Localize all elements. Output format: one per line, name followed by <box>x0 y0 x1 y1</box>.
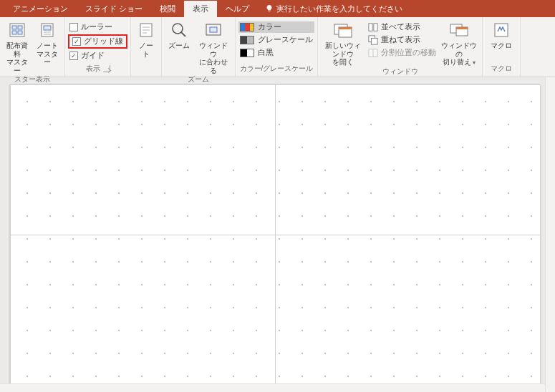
notes-master-label: ノート マスター <box>34 41 60 67</box>
fit-window-button[interactable]: ウィンドウ に合わせる <box>195 19 232 74</box>
slide-canvas-area <box>0 77 555 392</box>
notes-label: ノー ト <box>139 41 153 58</box>
svg-line-14 <box>181 32 185 36</box>
arrange-all-button[interactable]: 並べて表示 <box>367 21 438 33</box>
new-window-icon <box>333 21 353 39</box>
move-split-icon <box>368 48 378 58</box>
group-show-label: 表示 <box>86 64 110 75</box>
handout-master-button[interactable]: 配布資料 マスター <box>3 19 32 74</box>
switch-windows-button[interactable]: ウィンドウの 切り替え▾ <box>439 19 479 67</box>
slide[interactable] <box>10 84 540 385</box>
move-split-label: 分割位置の移動 <box>381 48 436 58</box>
zoom-label: ズーム <box>168 41 190 50</box>
group-color-grayscale-label: カラー/グレースケール <box>240 64 314 75</box>
vertical-scrollbar[interactable] <box>545 77 555 392</box>
tab-animation[interactable]: アニメーション <box>4 1 77 17</box>
ribbon-tabs: アニメーション スライド ショー 校閲 表示 ヘルプ 実行したい作業を入力してく… <box>0 0 555 17</box>
handout-master-icon <box>9 21 26 39</box>
show-dialog-launcher[interactable] <box>103 65 110 72</box>
notes-master-button[interactable]: ノート マスター <box>33 19 62 67</box>
group-zoom: ズーム ウィンドウ に合わせる ズーム <box>162 17 236 77</box>
new-window-button[interactable]: 新しいウィンドウ を開く <box>321 19 365 67</box>
fit-window-icon <box>204 21 223 39</box>
group-notes-spacer <box>145 66 148 75</box>
tab-view[interactable]: 表示 <box>184 1 217 17</box>
svg-rect-1 <box>12 26 16 29</box>
grayscale-label: グレースケール <box>258 35 313 45</box>
fit-window-label: ウィンドウ に合わせる <box>196 41 231 74</box>
switch-windows-icon <box>450 22 468 38</box>
arrange-all-label: 並べて表示 <box>381 22 420 32</box>
gridlines-highlight: ✓ グリッド線 <box>68 34 127 49</box>
group-window-label: ウィンドウ <box>382 67 418 78</box>
tab-slideshow[interactable]: スライド ショー <box>77 1 151 17</box>
checkbox-icon: ✓ <box>72 37 81 46</box>
bw-label: 白黒 <box>258 48 274 58</box>
zoom-icon <box>170 21 188 39</box>
black-white-button[interactable]: 白黒 <box>238 47 314 59</box>
tab-review[interactable]: 校閲 <box>151 1 184 17</box>
svg-rect-2 <box>18 26 22 29</box>
svg-rect-3 <box>12 31 16 34</box>
cascade-label: 重ねて表示 <box>381 35 420 45</box>
svg-rect-20 <box>369 24 372 31</box>
zoom-button[interactable]: ズーム <box>165 19 193 50</box>
color-label: カラー <box>258 22 281 32</box>
group-show: ルーラー ✓ グリッド線 ✓ ガイド 表示 <box>65 17 131 77</box>
svg-rect-19 <box>339 27 352 29</box>
lightbulb-icon <box>265 4 274 13</box>
macros-button[interactable]: マクロ <box>486 19 517 50</box>
group-window: 新しいウィンドウ を開く 並べて表示 重ねて表示 分割位置の移動 ウィンドウ <box>318 17 483 77</box>
svg-rect-4 <box>18 31 22 34</box>
svg-rect-21 <box>374 24 377 31</box>
chevron-down-icon: ▾ <box>473 59 476 66</box>
gridlines-checkbox[interactable]: ✓ グリッド線 <box>71 36 125 47</box>
move-split-button[interactable]: 分割位置の移動 <box>367 47 438 59</box>
ribbon: 配布資料 マスター ノート マスター スター表示 ルーラー ✓ グリッド線 <box>0 17 555 77</box>
ruler-checkbox[interactable]: ルーラー <box>68 21 127 33</box>
checkbox-icon <box>69 23 78 31</box>
grayscale-button[interactable]: グレースケール <box>238 34 314 46</box>
svg-point-13 <box>173 24 183 34</box>
gridlines-label: グリッド線 <box>84 36 123 46</box>
cascade-button[interactable]: 重ねて表示 <box>367 34 438 46</box>
notes-icon <box>138 22 154 38</box>
group-macro-label: マクロ <box>491 64 512 75</box>
new-window-label: 新しいウィンドウ を開く <box>322 41 364 67</box>
group-master-views: 配布資料 マスター ノート マスター スター表示 <box>0 17 65 77</box>
macros-icon <box>493 21 510 39</box>
bw-swatch-icon <box>240 49 254 57</box>
checkbox-icon: ✓ <box>69 52 78 60</box>
horizontal-scrollbar[interactable] <box>0 383 545 392</box>
guides-checkbox[interactable]: ✓ ガイド <box>68 50 127 62</box>
tell-me-label: 実行したい作業を入力してください <box>276 4 402 14</box>
color-button[interactable]: カラー <box>238 21 314 33</box>
arrange-all-icon <box>368 22 378 32</box>
cascade-icon <box>368 35 378 45</box>
macros-label: マクロ <box>491 41 512 50</box>
color-swatch-icon <box>240 23 254 31</box>
switch-windows-label: ウィンドウの 切り替え <box>441 41 477 66</box>
handout-master-label: 配布資料 マスター <box>4 41 30 74</box>
grayscale-swatch-icon <box>240 36 254 44</box>
ruler-label: ルーラー <box>81 22 112 32</box>
svg-rect-23 <box>371 38 377 44</box>
group-macro: マクロ マクロ <box>483 17 521 77</box>
tab-help[interactable]: ヘルプ <box>217 1 258 17</box>
group-notes: ノー ト <box>131 17 162 77</box>
svg-rect-6 <box>44 26 51 30</box>
svg-rect-16 <box>210 27 217 32</box>
group-color-grayscale: カラー グレースケール 白黒 カラー/グレースケール <box>236 17 318 77</box>
guides-label: ガイド <box>81 51 105 61</box>
tell-me-search[interactable]: 実行したい作業を入力してください <box>258 4 410 14</box>
svg-rect-28 <box>456 27 468 29</box>
notes-master-icon <box>39 21 56 39</box>
notes-button[interactable]: ノー ト <box>134 19 158 58</box>
